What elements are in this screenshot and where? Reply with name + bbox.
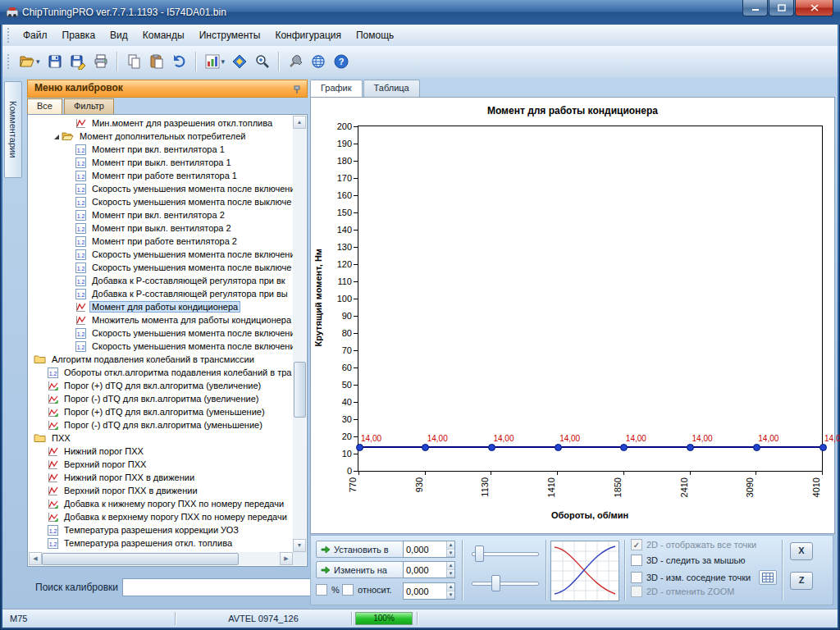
- tree-item[interactable]: Верхний порог ПХХ: [29, 458, 293, 471]
- tree-horizontal-scrollbar[interactable]: ◀ ▶: [29, 552, 293, 565]
- search-input[interactable]: [122, 578, 313, 596]
- tree-item[interactable]: 1.2Момент при выкл. вентилятора 2: [29, 221, 293, 235]
- menu-item-7[interactable]: Помощь: [349, 26, 401, 44]
- relative-checkbox[interactable]: относит.: [342, 584, 392, 596]
- x-axis-button[interactable]: X: [790, 542, 813, 560]
- tree-item[interactable]: 1.2Обороты откл.алгоритма подавления кол…: [29, 366, 293, 379]
- menu-item-3[interactable]: Вид: [103, 26, 135, 44]
- tab-table[interactable]: Таблица: [363, 80, 420, 97]
- tree-item[interactable]: Множитель момента для работы кондиционер…: [29, 313, 293, 326]
- tree-item[interactable]: 1.2Момент при работе вентилятора 2: [29, 235, 293, 248]
- tree-item[interactable]: Порог (+) dTQ для вкл.алгоритма (уменьше…: [29, 405, 293, 418]
- data-point-marker[interactable]: [687, 444, 694, 451]
- data-point-marker[interactable]: [422, 444, 429, 451]
- undo-button[interactable]: [168, 50, 191, 73]
- tree-item[interactable]: 1.2Скорость уменьшения момента после вык…: [29, 261, 293, 274]
- menu-item-2[interactable]: Правка: [55, 26, 103, 44]
- tree-vertical-scrollbar[interactable]: ▲ ▼: [293, 116, 306, 552]
- chart-dropdown[interactable]: ▾: [221, 57, 226, 66]
- checkbox-box[interactable]: [631, 572, 642, 583]
- slider-2-thumb[interactable]: [491, 575, 500, 591]
- tree-item[interactable]: 1.2Момент при вкл. вентилятора 2: [29, 208, 293, 221]
- data-point-marker[interactable]: [356, 444, 363, 451]
- checkbox-box[interactable]: [631, 586, 642, 597]
- menu-item-6[interactable]: Конфигурация: [267, 26, 349, 44]
- scroll-left-arrow[interactable]: ◀: [29, 552, 42, 565]
- checkbox-box[interactable]: [631, 555, 642, 566]
- tree-item[interactable]: 1.2Момент при работе вентилятора 1: [29, 169, 293, 182]
- tree-item[interactable]: Добавка к нижнему порогу ПХХ по номеру п…: [29, 497, 293, 510]
- tree-item[interactable]: 1.2Скорость уменьшения момента после вык…: [29, 195, 293, 208]
- tools-button[interactable]: [284, 50, 307, 73]
- data-point-marker[interactable]: [620, 444, 628, 451]
- tab-filter[interactable]: Фильтр: [64, 98, 114, 114]
- vertical-scroll-thumb[interactable]: [294, 362, 306, 418]
- grid-select-button[interactable]: [759, 570, 777, 585]
- scroll-up-arrow[interactable]: ▲: [293, 116, 306, 129]
- slider-1-thumb[interactable]: [475, 546, 484, 562]
- data-point-marker[interactable]: [753, 444, 760, 451]
- z-axis-button[interactable]: Z: [790, 572, 813, 590]
- tree-item[interactable]: 1.2Момент при вкл. вентилятора 1: [29, 143, 293, 156]
- slider-2[interactable]: [472, 575, 539, 590]
- tree-item[interactable]: Верхний порог ПХХ в движении: [29, 484, 293, 497]
- relative-value[interactable]: [404, 583, 446, 599]
- close-button[interactable]: [795, 0, 833, 16]
- pin-icon[interactable]: [293, 84, 302, 99]
- tree-item[interactable]: Алгоритм подавления колебаний в трансмис…: [29, 353, 293, 366]
- tree-item[interactable]: 1.2Добавка к Р-составляющей регулятора п…: [29, 274, 293, 287]
- compare-button[interactable]: [228, 50, 251, 73]
- tree-item[interactable]: Порог (-) dTQ для вкл.алгоритма (уменьше…: [29, 418, 293, 431]
- checkbox-box[interactable]: ✓: [631, 539, 642, 550]
- tree-item[interactable]: 1.2Скорость уменьшения момента после вкл…: [29, 182, 293, 195]
- change-by-button[interactable]: Изменить на: [316, 561, 404, 578]
- data-point-marker[interactable]: [819, 444, 827, 451]
- expander-icon[interactable]: [54, 135, 59, 139]
- help-button[interactable]: ?: [330, 50, 353, 73]
- tree-item[interactable]: Момент дополнительных потребителей: [29, 130, 293, 143]
- tree-item[interactable]: Нижний порог ПХХ в движении: [29, 471, 293, 484]
- copy-button[interactable]: [122, 50, 145, 73]
- chart-button[interactable]: [201, 50, 224, 73]
- tree-item[interactable]: 1.2Температура разрешения откл. топлива: [29, 536, 293, 550]
- menu-item-4[interactable]: Команды: [135, 26, 192, 44]
- save-edit-button[interactable]: [66, 50, 89, 73]
- data-point-marker[interactable]: [555, 444, 562, 451]
- menu-item-1[interactable]: Файл: [16, 26, 55, 44]
- comments-side-tab[interactable]: Комментарии: [4, 81, 22, 178]
- percent-checkbox-box[interactable]: [316, 584, 327, 596]
- minimize-button[interactable]: [742, 0, 768, 16]
- maximize-button[interactable]: [769, 0, 794, 16]
- menu-item-5[interactable]: Инструменты: [192, 26, 268, 44]
- display-option-checkbox[interactable]: 3D - изм. соседние точки: [631, 570, 777, 585]
- data-point-marker[interactable]: [488, 444, 495, 451]
- change-by-value[interactable]: [404, 562, 446, 578]
- relative-spinner[interactable]: ▲▼: [446, 583, 454, 599]
- change-by-spinner[interactable]: ▲▼: [446, 562, 454, 578]
- tree-item[interactable]: ПХХ: [29, 431, 293, 445]
- set-to-button[interactable]: Установить в: [316, 541, 404, 558]
- open-folder-button[interactable]: [16, 50, 39, 73]
- set-to-spinner[interactable]: ▲▼: [446, 541, 454, 557]
- paste-button[interactable]: [145, 50, 168, 73]
- tree-item[interactable]: 1.2Скорость уменьшения момента после вкл…: [29, 248, 293, 261]
- save-button[interactable]: [43, 50, 66, 73]
- scroll-down-arrow[interactable]: ▼: [293, 539, 306, 552]
- horizontal-scroll-thumb[interactable]: [42, 553, 239, 565]
- curve-preview[interactable]: [550, 541, 619, 601]
- percent-checkbox[interactable]: %: [316, 584, 340, 596]
- display-option-checkbox[interactable]: 3D - следить за мышью: [631, 555, 746, 566]
- tab-graph[interactable]: График: [310, 80, 363, 98]
- relative-checkbox-box[interactable]: [342, 584, 354, 596]
- print-button[interactable]: [89, 50, 112, 73]
- slider-1[interactable]: [472, 546, 539, 560]
- tree-item[interactable]: Порог (+) dTQ для вкл.алгоритма (увеличе…: [29, 379, 293, 392]
- tree-item[interactable]: 1.2Добавка к Р-составляющей регулятора п…: [29, 287, 293, 300]
- tree-item[interactable]: Нижний порог ПХХ: [29, 445, 293, 458]
- zoom-button[interactable]: [251, 50, 274, 73]
- tree-item[interactable]: 1.2Скорость уменьшения момента после вкл…: [29, 340, 293, 353]
- tree-item[interactable]: Добавка к верхнему порогу ПХХ по номеру …: [29, 510, 293, 523]
- tab-all[interactable]: Все: [27, 98, 62, 114]
- tree-item[interactable]: 1.2Температура разрешения коррекции УОЗ: [29, 523, 293, 536]
- tree-item[interactable]: Мин.момент для разрешения откл.топлива: [29, 116, 293, 130]
